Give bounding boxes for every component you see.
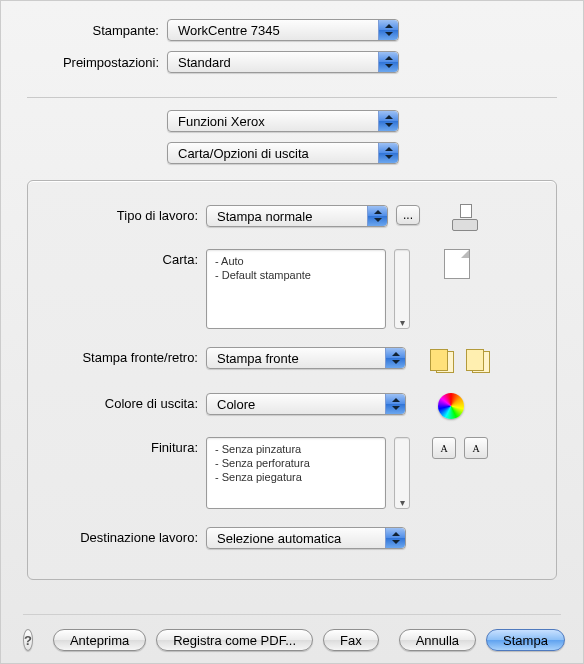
footer-divider	[23, 614, 561, 615]
fax-button[interactable]: Fax	[323, 629, 379, 651]
presets-select[interactable]: Standard	[167, 51, 399, 73]
finishing-option-a[interactable]: A	[432, 437, 456, 459]
destination-value: Selezione automatica	[217, 531, 341, 546]
button-label: Registra come PDF...	[173, 633, 296, 648]
printer-label: Stampante:	[27, 23, 167, 38]
finishing-label: Finitura:	[46, 437, 206, 455]
finishing-scrollbar[interactable]	[394, 437, 410, 509]
paper-label: Carta:	[46, 249, 206, 267]
chevrons-icon	[367, 206, 387, 226]
help-button[interactable]: ?	[23, 629, 33, 651]
pane-selects: Funzioni Xerox Carta/Opzioni di uscita	[167, 104, 557, 174]
footer: ? Anteprima Registra come PDF... Fax Ann…	[1, 614, 583, 651]
help-icon: ?	[24, 633, 32, 648]
color-label: Colore di uscita:	[46, 393, 206, 411]
printer-select-value: WorkCentre 7345	[178, 23, 280, 38]
subpane-select-value: Carta/Opzioni di uscita	[178, 146, 309, 161]
printer-icon	[452, 205, 480, 231]
paper-row: Carta: - Auto - Default stampante	[46, 249, 538, 329]
print-button[interactable]: Stampa	[486, 629, 565, 651]
chevrons-icon	[378, 111, 398, 131]
ellipsis-label: ...	[403, 208, 413, 222]
presets-label: Preimpostazioni:	[27, 55, 167, 70]
options-panel: Tipo di lavoro: Stampa normale ... Carta…	[27, 180, 557, 580]
cancel-button[interactable]: Annulla	[399, 629, 476, 651]
list-item[interactable]: - Senza perforatura	[213, 456, 379, 470]
color-select[interactable]: Colore	[206, 393, 406, 415]
page-icon	[444, 249, 470, 279]
subpane-select[interactable]: Carta/Opzioni di uscita	[167, 142, 399, 164]
button-label: Stampa	[503, 633, 548, 648]
chevrons-icon	[385, 528, 405, 548]
destination-row: Destinazione lavoro: Selezione automatic…	[46, 527, 538, 549]
paper-listbox[interactable]: - Auto - Default stampante	[206, 249, 386, 329]
chevrons-icon	[385, 348, 405, 368]
tile-label: A	[440, 443, 447, 454]
destination-label: Destinazione lavoro:	[46, 527, 206, 545]
printer-select[interactable]: WorkCentre 7345	[167, 19, 399, 41]
button-row: ? Anteprima Registra come PDF... Fax Ann…	[23, 629, 561, 651]
divider	[27, 97, 557, 98]
preview-button[interactable]: Anteprima	[53, 629, 146, 651]
finishing-listbox[interactable]: - Senza pinzatura - Senza perforatura - …	[206, 437, 386, 509]
button-label: Fax	[340, 633, 362, 648]
chevrons-icon	[378, 20, 398, 40]
finishing-row: Finitura: - Senza pinzatura - Senza perf…	[46, 437, 538, 509]
list-item[interactable]: - Auto	[213, 254, 379, 268]
presets-select-value: Standard	[178, 55, 231, 70]
job-type-value: Stampa normale	[217, 209, 312, 224]
job-type-label: Tipo di lavoro:	[46, 205, 206, 223]
color-value: Colore	[217, 397, 255, 412]
duplex-value: Stampa fronte	[217, 351, 299, 366]
color-wheel-icon	[438, 393, 464, 419]
pane-select[interactable]: Funzioni Xerox	[167, 110, 399, 132]
duplex-row: Stampa fronte/retro: Stampa fronte	[46, 347, 538, 375]
duplex-back-icon	[464, 347, 492, 375]
duplex-select[interactable]: Stampa fronte	[206, 347, 406, 369]
duplex-label: Stampa fronte/retro:	[46, 347, 206, 365]
destination-select[interactable]: Selezione automatica	[206, 527, 406, 549]
job-type-more-button[interactable]: ...	[396, 205, 420, 225]
tile-label: A	[472, 443, 479, 454]
pane-select-value: Funzioni Xerox	[178, 114, 265, 129]
list-item[interactable]: - Senza piegatura	[213, 470, 379, 484]
print-dialog: Stampante: WorkCentre 7345 Preimpostazio…	[0, 0, 584, 664]
button-label: Anteprima	[70, 633, 129, 648]
header-area: Stampante: WorkCentre 7345 Preimpostazio…	[1, 1, 583, 91]
duplex-front-icon	[428, 347, 456, 375]
finishing-option-b[interactable]: A	[464, 437, 488, 459]
list-item[interactable]: - Default stampante	[213, 268, 379, 282]
job-type-select[interactable]: Stampa normale	[206, 205, 388, 227]
presets-row: Preimpostazioni: Standard	[27, 51, 557, 73]
paper-scrollbar[interactable]	[394, 249, 410, 329]
save-pdf-button[interactable]: Registra come PDF...	[156, 629, 313, 651]
chevrons-icon	[378, 143, 398, 163]
color-row: Colore di uscita: Colore	[46, 393, 538, 419]
button-label: Annulla	[416, 633, 459, 648]
list-item[interactable]: - Senza pinzatura	[213, 442, 379, 456]
job-type-row: Tipo di lavoro: Stampa normale ...	[46, 205, 538, 231]
printer-row: Stampante: WorkCentre 7345	[27, 19, 557, 41]
chevrons-icon	[378, 52, 398, 72]
chevrons-icon	[385, 394, 405, 414]
